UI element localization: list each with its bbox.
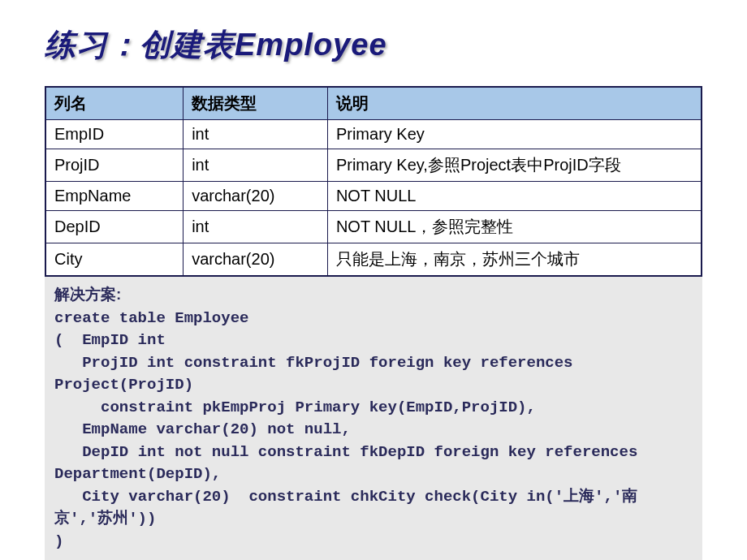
table-row: City varchar(20) 只能是上海，南京，苏州三个城市	[45, 243, 702, 277]
cell: City	[45, 243, 184, 277]
table-header-row: 列名 数据类型 说明	[45, 87, 702, 120]
code-line: EmpName varchar(20) not null,	[54, 420, 351, 438]
cell: EmpName	[45, 182, 184, 211]
th-datatype: 数据类型	[184, 87, 328, 120]
code-line: create table Employee	[54, 309, 248, 327]
cell: varchar(20)	[184, 243, 328, 277]
cell: NOT NULL	[327, 182, 702, 211]
th-desc: 说明	[327, 87, 702, 120]
slide-title: 练习：创建表Employee	[45, 24, 702, 66]
slide-container: 练习：创建表Employee 列名 数据类型 说明 EmpID int Prim…	[0, 0, 747, 560]
table-row: EmpID int Primary Key	[45, 120, 702, 149]
cell: int	[184, 211, 328, 243]
code-line: )	[54, 532, 63, 550]
code-line: ( EmpID int	[54, 331, 166, 349]
code-line: DepID int not null constraint fkDepID fo…	[54, 443, 647, 484]
cell: ProjID	[45, 149, 184, 182]
table-row: ProjID int Primary Key,参照Project表中ProjID…	[45, 149, 702, 182]
th-colname: 列名	[45, 87, 184, 120]
code-line: City varchar(20) constraint chkCity chec…	[54, 488, 637, 528]
cell: int	[184, 120, 328, 149]
code-line: constraint pkEmpProj Primary key(EmpID,P…	[54, 398, 536, 416]
cell: NOT NULL，参照完整性	[327, 211, 702, 243]
cell: EmpID	[45, 120, 184, 149]
table-row: EmpName varchar(20) NOT NULL	[45, 182, 702, 211]
cell: Primary Key	[327, 120, 702, 149]
cell: Primary Key,参照Project表中ProjID字段	[327, 149, 702, 182]
code-line: ProjID int constraint fkProjID foreign k…	[54, 354, 582, 394]
schema-table: 列名 数据类型 说明 EmpID int Primary Key ProjID …	[45, 86, 702, 277]
cell: varchar(20)	[184, 182, 328, 211]
cell: DepID	[45, 211, 184, 243]
cell: int	[184, 149, 328, 182]
solution-label: 解决方案:	[54, 286, 121, 303]
solution-code-block: 解决方案: create table Employee ( EmpID int …	[45, 277, 702, 560]
table-row: DepID int NOT NULL，参照完整性	[45, 211, 702, 243]
cell: 只能是上海，南京，苏州三个城市	[327, 243, 702, 277]
